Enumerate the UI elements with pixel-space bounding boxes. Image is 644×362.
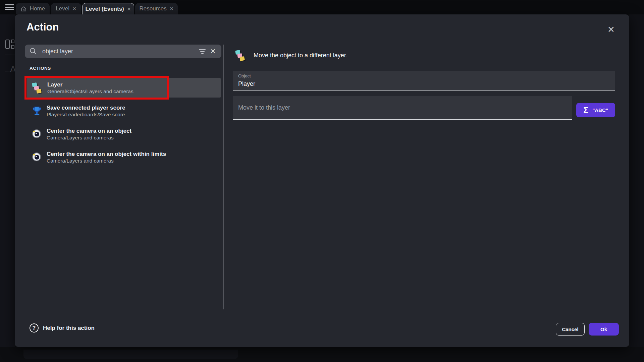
action-dialog: Action ✕ ✕ ACTIONS Layer General/Objects… <box>15 14 629 347</box>
object-field-value: Player <box>238 80 610 87</box>
layer-input[interactable] <box>238 104 567 111</box>
home-icon <box>20 6 27 12</box>
tab-resources[interactable]: Resources ✕ <box>135 3 178 14</box>
action-path: Camera/Layers and cameras <box>47 134 131 141</box>
action-title: Layer <box>47 81 133 88</box>
tab-level-events[interactable]: Level (Events) ✕ <box>82 3 134 14</box>
action-row-center-camera[interactable]: Center the camera on an object Camera/La… <box>27 124 221 144</box>
ok-button[interactable]: Ok <box>589 323 619 336</box>
background-right-strip: dd... <box>629 14 644 347</box>
tab-label: Level (Events) <box>86 6 124 12</box>
sigma-icon: Σ <box>583 106 588 114</box>
action-search-bar: ✕ <box>25 45 221 58</box>
expression-editor-button[interactable]: Σ "ABC" <box>576 103 615 117</box>
tab-label: Home <box>30 5 45 12</box>
layer-field <box>233 96 572 120</box>
help-button[interactable]: ? Help for this action <box>30 323 95 333</box>
cancel-button[interactable]: Cancel <box>556 323 585 336</box>
action-path: Camera/Layers and cameras <box>47 158 166 164</box>
close-icon: ✕ <box>607 24 615 35</box>
layers-icon <box>32 82 43 94</box>
webcam-icon <box>32 152 42 163</box>
actions-section-header: ACTIONS <box>30 66 51 71</box>
dialog-title: Action <box>26 21 59 33</box>
action-path: General/Objects/Layers and cameras <box>47 88 133 95</box>
clear-search-button[interactable]: ✕ <box>208 46 218 57</box>
action-row-layer[interactable]: Layer General/Objects/Layers and cameras <box>27 78 221 98</box>
action-path: Players/Leaderboards/Save score <box>47 111 125 118</box>
object-field-label: Object <box>238 73 610 78</box>
dialog-close-button[interactable]: ✕ <box>604 23 618 36</box>
close-icon[interactable]: ✕ <box>127 6 131 12</box>
trophy-icon <box>32 106 42 116</box>
tab-level[interactable]: Level ✕ <box>51 3 81 14</box>
layers-icon <box>235 50 246 61</box>
tab-label: Resources <box>140 5 167 12</box>
background-left-strip: A <box>0 14 15 347</box>
app-top-bar: Home Level ✕ Level (Events) ✕ Resources … <box>0 0 644 14</box>
filter-icon <box>199 49 206 50</box>
panel-divider <box>223 45 224 309</box>
action-title: Save connected player score <box>47 105 125 111</box>
help-label: Help for this action <box>43 325 95 331</box>
action-title: Center the camera on an object <box>47 128 131 134</box>
search-icon <box>30 48 37 55</box>
expression-button-label: "ABC" <box>592 107 608 113</box>
tab-home[interactable]: Home <box>16 3 50 14</box>
close-icon[interactable]: ✕ <box>72 6 76 11</box>
action-row-center-camera-limits[interactable]: Center the camera on an object within li… <box>27 147 221 167</box>
action-description: Move the object to a different layer. <box>254 52 347 59</box>
object-field[interactable]: Object Player <box>233 71 615 91</box>
help-icon: ? <box>30 323 39 333</box>
tab-label: Level <box>56 5 69 12</box>
hamburger-menu-icon[interactable] <box>5 4 14 10</box>
webcam-icon <box>32 129 42 139</box>
close-icon[interactable]: ✕ <box>170 6 174 11</box>
search-input[interactable] <box>42 48 197 55</box>
action-row-save-score[interactable]: Save connected player score Players/Lead… <box>27 101 221 121</box>
action-title: Center the camera on an object within li… <box>47 151 166 158</box>
close-icon: ✕ <box>210 47 216 55</box>
background-panel-edge <box>23 350 238 359</box>
filter-button[interactable] <box>197 46 208 57</box>
